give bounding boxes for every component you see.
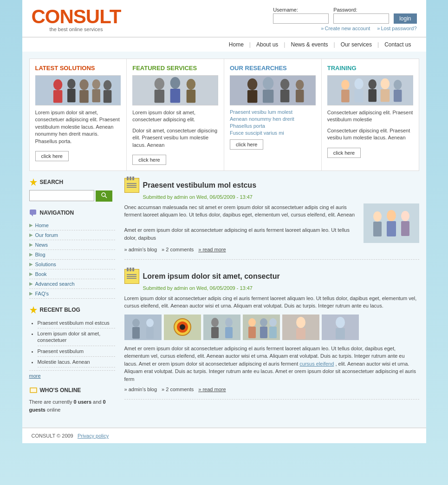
nav-link-advanced-search[interactable]: Advanced search [35,281,75,287]
training-extra: Consectetuer dipiscing elit. Praesent ve… [327,127,413,142]
research-link-3[interactable]: Phasellus porta [230,123,316,129]
training-click-here[interactable]: click here [327,148,361,158]
nav-contact[interactable]: Contact us [379,40,416,49]
blog-link-1[interactable]: Praesent vestibulum mol estcus [38,320,110,326]
svg-rect-65 [211,327,219,338]
nav-list: ▶ Home ▶ Our forum ▶ News [29,221,115,299]
nav-arrow-news: ▶ [29,242,33,247]
password-input[interactable] [333,13,389,24]
svg-marker-43 [31,215,33,216]
research-link-2[interactable]: Aenean nonummy hen drerit [230,116,316,122]
article-2-read-more[interactable]: read more [198,387,226,392]
svg-rect-63 [203,315,240,340]
nav-home[interactable]: Home [223,40,249,49]
nav-arrow-solutions: ▶ [29,262,33,267]
blog-link-3[interactable]: Praesent vestibulum [38,348,84,354]
recent-blog-section: RECENT BLOG Praesent vestibulum mol estc… [29,306,115,379]
nav-link-news[interactable]: News [35,242,48,248]
svg-point-21 [263,77,273,90]
nav-news[interactable]: News & events [285,40,333,49]
svg-point-62 [180,324,185,330]
article-1-icon [124,178,139,193]
lost-password-link[interactable]: Lost password? [377,26,416,31]
nav-link-forum[interactable]: Our forum [35,232,58,238]
search-button[interactable] [96,190,112,202]
article-2-title: Lorem ipsum dolor sit amet, consectur [143,272,280,281]
search-input[interactable] [29,190,94,201]
svg-point-14 [170,77,180,89]
latest-solutions-section: LATEST SOLUTIONS [30,59,127,170]
nav-item-book: ▶ Book [29,269,115,279]
whos-online-middle: and [91,399,103,405]
latest-img [35,75,121,105]
nav-services[interactable]: Our services [335,40,377,49]
search-bar [29,190,115,202]
svg-point-7 [92,79,100,89]
footer-privacy-link[interactable]: Privacy policy [78,433,109,439]
nav-item-advanced-search: ▶ Advanced search [29,279,115,289]
article-2-img-2 [164,315,201,340]
blog-item-2: Lorem ipsum dolor sit amet, consectetuer [38,328,115,346]
article-1-comments[interactable]: 2 comments [162,247,194,252]
article-2-blog-link[interactable]: admin's blog [124,387,157,392]
nav-link-home[interactable]: Home [35,223,49,228]
username-label: Username: [273,7,329,13]
blog-item-3: Praesent vestibulum [38,346,115,357]
svg-rect-6 [79,90,88,103]
svg-rect-54 [124,315,162,340]
article-2-icon [124,269,139,284]
whos-online-title: WHO'S ONLINE [40,387,81,393]
nav-link-book[interactable]: Book [35,271,47,277]
latest-click-here[interactable]: click here [35,151,69,161]
svg-rect-33 [368,89,377,102]
featured-click-here[interactable]: click here [132,155,166,165]
svg-rect-2 [53,90,62,103]
article-1-blog-link[interactable]: admin's blog [124,247,157,252]
svg-point-36 [394,80,402,90]
nav-item-faq: ▶ FAQ's [29,289,115,299]
nav-item-news: ▶ News [29,240,115,250]
svg-rect-24 [280,90,289,102]
footer-copyright: CONSULT © 2009 [32,433,73,439]
search-section: SEARCH [29,178,115,202]
training-img [327,75,413,105]
nav-link-blog[interactable]: Blog [35,252,45,257]
article-2-img-4 [243,315,280,340]
article-2-header: Lorem ipsum dolor sit amet, consectur [124,269,419,284]
search-star-icon [29,178,38,186]
username-input[interactable] [273,13,329,24]
svg-rect-70 [248,327,256,338]
svg-rect-22 [263,90,273,103]
svg-rect-31 [354,89,363,102]
nav-about[interactable]: About us [251,40,284,49]
login-button[interactable]: login [394,13,416,24]
blog-more-link[interactable]: more [29,373,41,379]
blog-link-2[interactable]: Lorem ipsum dolor sit amet, consectetuer [38,331,101,343]
article-2-inline-link[interactable]: cursus eleifend [299,361,334,367]
password-label: Password: [333,7,389,13]
nav-chat-icon [29,209,38,217]
article-2-img-5 [282,315,319,340]
article-2-comments[interactable]: 2 comments [162,387,194,392]
svg-marker-44 [30,306,37,314]
blog-link-4[interactable]: Molestie lacus. Aenean [38,359,90,365]
article-1-read-more[interactable]: read more [198,247,226,252]
svg-rect-80 [336,328,345,339]
research-link-1[interactable]: Praesent vesibu lum molest [230,109,316,115]
nav-arrow-faq: ▶ [29,291,33,296]
whos-online-users: 0 users [73,399,91,405]
training-text: Consectetuer adipiscing elit. Praesent v… [327,109,413,124]
researches-click-here[interactable]: click here [230,139,263,150]
svg-rect-8 [92,89,100,102]
research-link-4[interactable]: Fusce suscipit varius mi [230,130,316,136]
svg-rect-37 [394,90,402,102]
footer: CONSULT © 2009 Privacy policy [22,427,426,443]
article-2-images [124,315,419,340]
latest-text: Lorem ipsum dolor sit amet, consectetuer… [35,109,121,145]
nav-link-faq[interactable]: FAQ's [35,291,49,296]
svg-rect-35 [380,89,389,102]
login-links: Create new account Lost password? [321,26,416,31]
header: CONSULT the best online services Usernam… [22,0,426,37]
create-account-link[interactable]: Create new account [321,26,370,31]
nav-link-solutions[interactable]: Solutions [35,262,56,267]
